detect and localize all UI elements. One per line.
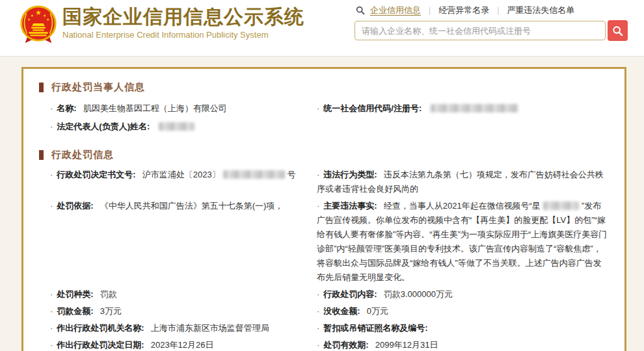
svg-text:★: ★ bbox=[46, 18, 49, 21]
field-license-revoked: ·暂扣或吊销证照名称及编号: bbox=[317, 321, 609, 335]
svg-text:★: ★ bbox=[35, 8, 42, 16]
redacted-credit-code bbox=[431, 104, 518, 112]
field-fine-amount: ·罚款金额:3万元 bbox=[50, 304, 310, 318]
redacted-legal-rep-name bbox=[159, 122, 195, 131]
field-confiscation-amount: ·没收金额:0万元 bbox=[317, 304, 609, 318]
tab-separator: | bbox=[429, 6, 431, 15]
field-penalty-validity-date: ·处罚有效期:2099年12月31日 bbox=[317, 338, 609, 351]
search-tabs: 企业信用信息 | 经营异常名录 | 严重违法失信名单 bbox=[356, 5, 628, 16]
search-button-icon bbox=[612, 25, 623, 36]
search-icon bbox=[356, 6, 365, 15]
field-decision-date: ·作出行政处罚决定日期:2023年12月26日 bbox=[50, 338, 310, 351]
field-penalty-basis: ·处罚依据:《中华人民共和国广告法》第五十七条第(一)项， bbox=[50, 199, 310, 285]
section-bar-icon bbox=[39, 150, 44, 160]
site-title-block: 国家企业信用信息公示系统 National Enterprise Credit … bbox=[62, 5, 304, 40]
party-fields-grid: ·名称:肌因美生物基因工程（上海）有限公司 ·统一社会信用代码/注册号: ·法定… bbox=[50, 101, 609, 138]
field-credit-code: ·统一社会信用代码/注册号: bbox=[317, 101, 609, 116]
svg-text:★: ★ bbox=[31, 14, 34, 18]
redacted-decision-number bbox=[223, 170, 285, 179]
section-header-penalty-info: 行政处罚信息 bbox=[39, 148, 609, 161]
site-header: ★ ★ ★ ★ ★ 国家企业信用信息公示系统 National Enterpri… bbox=[0, 0, 644, 57]
section-bar-icon bbox=[39, 83, 44, 92]
field-decision-number: ·行政处罚决定书文号:沪市监浦处〔2023〕号 bbox=[50, 168, 310, 196]
svg-text:★: ★ bbox=[27, 18, 31, 21]
field-violation-type: ·违法行为类型:违反本法第九条第（七）项规定，发布广告妨碍社会公共秩序或者违背社… bbox=[317, 168, 609, 196]
section-title: 行政处罚当事人信息 bbox=[51, 81, 145, 94]
site-title-en: National Enterprise Credit Information P… bbox=[62, 30, 304, 40]
penalty-detail-card: 行政处罚当事人信息 ·名称:肌因美生物基因工程（上海）有限公司 ·统一社会信用代… bbox=[21, 67, 626, 351]
search-button[interactable] bbox=[608, 20, 628, 41]
field-penalty-type: ·处罚种类:罚款 bbox=[50, 287, 310, 302]
main-area: 行政处罚当事人信息 ·名称:肌因美生物基因工程（上海）有限公司 ·统一社会信用代… bbox=[0, 57, 644, 351]
tab-serious-violation-list[interactable]: 严重违法失信名单 bbox=[507, 5, 574, 16]
site-title-cn: 国家企业信用信息公示系统 bbox=[62, 5, 304, 29]
header-search-area: 企业信用信息 | 经营异常名录 | 严重违法失信名单 bbox=[355, 5, 628, 41]
search-input[interactable] bbox=[355, 21, 606, 40]
redacted-account-name bbox=[543, 202, 579, 210]
section-header-party-info: 行政处罚当事人信息 bbox=[39, 81, 609, 94]
section-title: 行政处罚信息 bbox=[51, 149, 114, 161]
national-emblem-icon: ★ ★ ★ ★ ★ bbox=[18, 4, 59, 47]
national-emblem-logo: ★ ★ ★ ★ ★ bbox=[18, 4, 59, 47]
field-main-violation-facts: ·主要违法事实:经查，当事人从2021年起在微信视频号“星”发布广告宣传视频。你… bbox=[317, 199, 609, 285]
search-bar bbox=[355, 21, 628, 41]
field-penalty-authority: ·作出行政处罚机关名称:上海市浦东新区市场监督管理局 bbox=[50, 321, 310, 335]
tab-separator: | bbox=[497, 6, 499, 15]
tab-abnormal-operations-list[interactable]: 经营异常名录 bbox=[438, 5, 489, 16]
field-company-name: ·名称:肌因美生物基因工程（上海）有限公司 bbox=[50, 101, 310, 116]
penalty-fields-grid: ·行政处罚决定书文号:沪市监浦处〔2023〕号 ·违法行为类型:违反本法第九条第… bbox=[50, 168, 609, 351]
empty-cell bbox=[317, 120, 609, 134]
field-legal-representative: ·法定代表人(负责人)姓名: bbox=[50, 120, 310, 134]
field-penalty-content: ·行政处罚内容:罚款3.000000万元 bbox=[317, 287, 609, 302]
tab-enterprise-credit-info[interactable]: 企业信用信息 bbox=[370, 5, 421, 16]
